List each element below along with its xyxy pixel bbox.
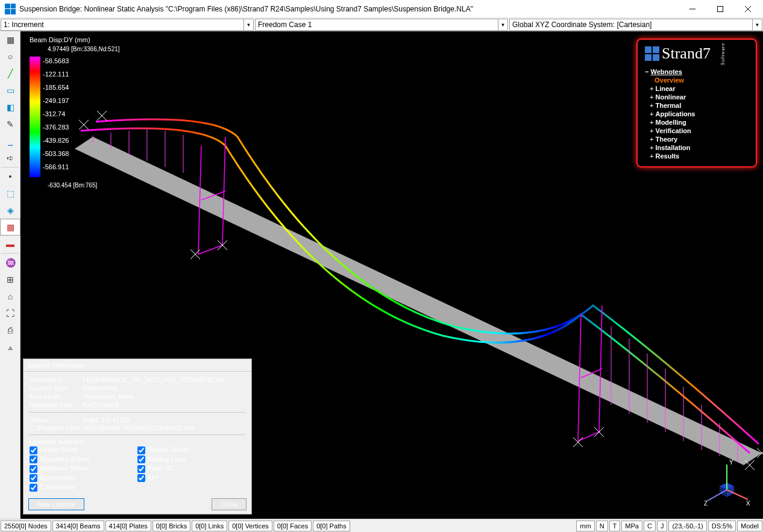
webnotes-menu: Webnotes Overview Linear Nonlinear Therm… [645, 67, 749, 160]
svg-text:Y: Y [729, 459, 733, 466]
status-unit[interactable]: C [644, 521, 656, 531]
module-checkbox[interactable]: Automesher [30, 474, 137, 483]
tools-icon[interactable]: ✎ [0, 116, 20, 133]
arrow-icon[interactable]: ➪ [0, 149, 20, 166]
plate-icon[interactable]: ▭ [0, 82, 20, 99]
toolbar: ▦ ○ ╱ ▭ ◧ ✎ ⎯ ➪ • ⬚ ◈ ▩ ▬ ♒ ⊞ ⌂ ⛶ ⎙ ⟁ [0, 31, 20, 519]
svg-text:X: X [746, 500, 750, 507]
module-checkbox[interactable]: Moving Load [137, 455, 245, 465]
webnotes-item[interactable]: Verification [645, 127, 749, 135]
status-ds[interactable]: DS:5% [708, 521, 736, 531]
webnotes-item[interactable]: Linear [645, 84, 749, 93]
close-button[interactable] [734, 0, 762, 18]
perspective-icon[interactable]: ⟁ [0, 339, 20, 355]
viewport[interactable]: Beam Disp:DY (mm) 4.97449 [Bm:3366,Nd:52… [20, 31, 763, 519]
status-nodes[interactable]: 2550[0] Nodes [1, 521, 51, 531]
status-coords[interactable]: (23,-50,-1) [668, 521, 706, 531]
svg-rect-1 [718, 6, 723, 11]
link-icon[interactable]: ⎯ [0, 133, 20, 149]
status-unit[interactable]: N [596, 521, 608, 531]
webnotes-overview[interactable]: Overview [645, 76, 749, 84]
status-vertices[interactable]: 0[0] Vertices [228, 521, 272, 531]
statusbar: 2550[0] Nodes 3414[0] Beams 414[0] Plate… [0, 519, 763, 532]
module-checkbox[interactable]: Nonlinear Solver [30, 464, 137, 474]
beam-icon[interactable]: ╱ [0, 65, 20, 82]
chevron-down-icon: ▼ [498, 19, 507, 30]
module-checkbox[interactable]: Dynamics Solver [30, 455, 137, 465]
section-icon[interactable]: ⎙ [0, 322, 20, 339]
solver-path: C:\Program Files (x86)\Strand7 R24\Bin\S… [30, 424, 245, 431]
status-unit[interactable]: mm [576, 521, 594, 531]
webnotes-item[interactable]: Modelling [645, 118, 749, 127]
webnotes-item[interactable]: Installation [645, 143, 749, 152]
grid-icon[interactable]: ▦ [0, 31, 20, 48]
new-licence-button[interactable]: New Licence [28, 498, 84, 510]
titlebar: Suspension Bridge: Nonlinear Static Anal… [0, 0, 763, 18]
freedom-dropdown[interactable]: Freedom Case 1▼ [255, 19, 508, 31]
selector-bar: 1: Increment▼ Freedom Case 1▼ Global XYZ… [0, 18, 763, 31]
point-icon[interactable]: • [0, 168, 20, 185]
webnotes-item[interactable]: Results [645, 152, 749, 160]
brand-logo: Strand7 Software [645, 45, 749, 63]
chevron-down-icon: ▼ [243, 19, 253, 30]
status-links[interactable]: 0[0] Links [192, 521, 227, 531]
webnotes-header[interactable]: Webnotes [645, 67, 749, 76]
webnotes-item[interactable]: Thermal [645, 101, 749, 110]
dialog-title: Strand7 Information [24, 359, 251, 372]
maximize-button[interactable] [706, 0, 734, 18]
webnotes-item[interactable]: Theory [645, 135, 749, 143]
cylinder-icon[interactable]: ⬚ [0, 185, 20, 202]
node-icon[interactable]: ○ [0, 48, 20, 65]
status-paths[interactable]: 0[0] Paths [313, 521, 350, 531]
svg-line-7 [198, 245, 222, 254]
status-mode[interactable]: Model [737, 521, 762, 531]
increment-dropdown[interactable]: 1: Increment▼ [1, 19, 254, 31]
webnotes-item[interactable]: Applications [645, 110, 749, 118]
coord-dropdown[interactable]: Global XYZ Coordinate System: [Cartesian… [509, 19, 762, 31]
webnotes-item[interactable]: Nonlinear [645, 93, 749, 101]
svg-line-11 [578, 432, 599, 441]
info-dialog: Strand7 Information Licenced to:FENERBAH… [23, 358, 252, 515]
chevron-down-icon: ▼ [752, 19, 762, 30]
label-icon[interactable]: ▬ [0, 236, 20, 252]
window-title: Suspension Bridge: Nonlinear Static Anal… [19, 5, 679, 13]
minimize-button[interactable] [679, 0, 706, 18]
deform-icon[interactable]: ♒ [0, 254, 20, 271]
status-unit[interactable]: T [609, 521, 621, 531]
fit-icon[interactable]: ⛶ [0, 305, 20, 322]
status-beams[interactable]: 3414[0] Beams [52, 521, 104, 531]
module-checkbox[interactable]: Linear Solver [30, 445, 137, 455]
brand-panel: Strand7 Software Webnotes Overview Linea… [636, 39, 757, 167]
mesh-icon[interactable]: ▩ [0, 219, 20, 236]
module-checkbox[interactable]: Sparse Solver [137, 445, 245, 455]
module-checkbox[interactable]: Plate RC [137, 464, 245, 474]
svg-text:Z: Z [704, 500, 708, 507]
status-bricks[interactable]: 0[0] Bricks [152, 521, 190, 531]
axis-triad[interactable]: Y X Z [703, 458, 751, 507]
close-dialog-button[interactable]: Close [212, 498, 246, 510]
status-unit[interactable]: J [657, 521, 668, 531]
module-checkbox[interactable]: Composites [30, 483, 137, 492]
status-plates[interactable]: 414[0] Plates [105, 521, 151, 531]
status-unit[interactable]: MPa [621, 521, 642, 531]
app-icon [5, 4, 16, 14]
module-checkbox[interactable]: API [137, 474, 245, 483]
home-icon[interactable]: ⌂ [0, 288, 20, 305]
status-faces[interactable]: 0[0] Faces [274, 521, 312, 531]
face-icon[interactable]: ◈ [0, 202, 20, 219]
brick-icon[interactable]: ◧ [0, 99, 20, 116]
modules-label: Licenced modules: [30, 438, 245, 445]
window-icon[interactable]: ⊞ [0, 271, 20, 288]
